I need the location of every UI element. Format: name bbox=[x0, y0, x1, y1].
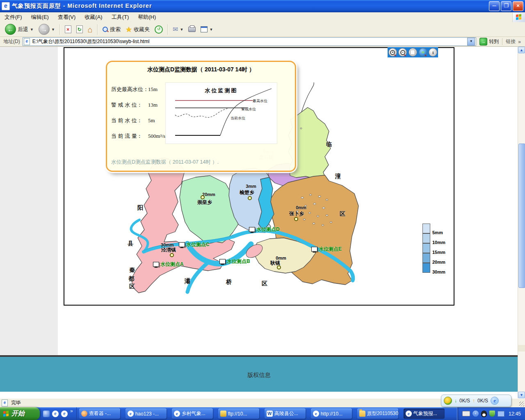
ie-widget-icon[interactable]: e bbox=[491, 397, 499, 405]
scroll-up-icon[interactable]: ▲ bbox=[518, 47, 525, 53]
print-button[interactable] bbox=[186, 26, 198, 33]
task-button-viewer[interactable]: 查看器 -... bbox=[79, 409, 120, 419]
refresh-button[interactable]: ↻ bbox=[74, 25, 85, 34]
town-label: 张卜乡 bbox=[289, 210, 304, 217]
search-button[interactable]: 搜索 bbox=[100, 25, 123, 34]
address-label: 地址(D) bbox=[1, 38, 23, 45]
favorites-button[interactable]: ★ 收藏夹 bbox=[123, 24, 152, 35]
page-left-margin bbox=[0, 47, 58, 355]
browser-viewport: 0mm 鹿苑镇 阳 县 秦 都 区 临 潼 区 灞 桥 区 20mm 崇皇乡 3… bbox=[0, 47, 518, 392]
task-button-http[interactable]: e http://10... bbox=[311, 409, 352, 419]
task-button-ftp[interactable]: ftp://10... bbox=[218, 409, 259, 419]
info-icon[interactable]: i bbox=[429, 48, 437, 57]
zoom-world-icon[interactable] bbox=[419, 48, 427, 57]
ie-toolbar: ← 后退 ▼ → ▼ × ↻ ⌂ 搜索 ★ 收藏夹 ↺ ✉▼ ▼ bbox=[0, 22, 525, 37]
task-button-word-doc[interactable]: W 高陵县公... bbox=[265, 409, 306, 419]
rain-label: 0mm bbox=[296, 205, 306, 210]
town-marker[interactable] bbox=[248, 196, 252, 200]
chart-line-label: 最高水位 bbox=[253, 98, 267, 104]
pan-hand-icon[interactable] bbox=[409, 48, 417, 57]
ie-icon: e bbox=[406, 411, 412, 417]
quick-launch-icon-ie[interactable]: e bbox=[61, 411, 68, 417]
history-icon: ↺ bbox=[155, 25, 163, 34]
download-arrow-icon: ↓ bbox=[454, 398, 457, 404]
town-marker[interactable] bbox=[294, 217, 298, 221]
station-E[interactable]: 水位测点E bbox=[311, 246, 342, 253]
mail-button[interactable]: ✉▼ bbox=[170, 25, 186, 34]
keyboard-tray-icon[interactable] bbox=[462, 411, 470, 416]
zoom-out-icon[interactable]: − bbox=[398, 48, 407, 57]
scroll-down-icon[interactable]: ▼ bbox=[518, 392, 525, 398]
task-button-weather-active[interactable]: e 气象预报... bbox=[404, 409, 445, 419]
history-button[interactable]: ↺ bbox=[152, 25, 165, 34]
resize-grip[interactable] bbox=[519, 402, 524, 406]
legend-swatch bbox=[422, 243, 430, 253]
menu-view[interactable]: 查看(V) bbox=[53, 12, 80, 22]
links-chevron-icon[interactable]: » bbox=[518, 39, 521, 45]
window-titlebar[interactable]: e 气象预报页面原型 - Microsoft Internet Explorer… bbox=[0, 0, 525, 12]
chart-line-label: 当前水位 bbox=[231, 116, 245, 121]
back-dropdown-icon[interactable]: ▼ bbox=[30, 27, 34, 32]
quick-launch-chevron-icon[interactable]: » bbox=[70, 408, 73, 414]
download-speed: 0K/S bbox=[459, 398, 470, 404]
upload-arrow-icon: ↑ bbox=[472, 398, 475, 404]
zoom-in-icon[interactable]: + bbox=[388, 48, 397, 57]
address-input[interactable] bbox=[32, 39, 468, 45]
station-D[interactable]: 水位测点D bbox=[249, 226, 280, 233]
town-marker[interactable] bbox=[170, 253, 174, 257]
search-label: 搜索 bbox=[110, 26, 121, 33]
station-d-popup[interactable]: 水位测点D监测数据（ 2011-03-07 14时 ） 历史最高水位： 15m … bbox=[106, 61, 296, 172]
quick-launch-icon-browser[interactable]: e bbox=[52, 411, 59, 417]
home-button[interactable]: ⌂ bbox=[85, 25, 95, 34]
legend-label: 30mm bbox=[432, 269, 445, 274]
quick-launch-icon-messenger[interactable] bbox=[43, 411, 50, 417]
menu-edit[interactable]: 编辑(E) bbox=[27, 12, 53, 22]
address-dropdown-icon[interactable]: ▼ bbox=[467, 38, 475, 46]
status-text: 完毕 bbox=[11, 399, 21, 406]
station-A[interactable]: 水位测点A bbox=[153, 261, 184, 268]
tray-collapse-icon[interactable]: ‹ bbox=[472, 411, 479, 417]
stop-button[interactable]: × bbox=[62, 25, 74, 34]
back-button[interactable]: ← 后退 ▼ bbox=[2, 23, 36, 36]
task-button-label: 查看器 -... bbox=[89, 410, 111, 417]
minimize-button[interactable]: ─ bbox=[489, 1, 500, 11]
station-monitor-icon bbox=[249, 227, 255, 232]
net-speed-widget[interactable]: ↓ 0K/S ↑ 0K/S e bbox=[441, 395, 511, 407]
start-button[interactable]: 开始 bbox=[0, 407, 40, 420]
restore-button[interactable]: ❐ bbox=[501, 1, 511, 11]
network-tray-icon[interactable] bbox=[498, 411, 504, 417]
mail-dropdown-icon[interactable]: ▼ bbox=[180, 27, 183, 32]
edit-dropdown-icon[interactable]: ▼ bbox=[209, 27, 213, 32]
360-safety-icon[interactable] bbox=[444, 397, 452, 405]
station-C[interactable]: 水位测点C bbox=[179, 241, 210, 248]
forward-dropdown-icon[interactable]: ▼ bbox=[51, 27, 55, 32]
menu-file[interactable]: 文件(F) bbox=[0, 12, 27, 22]
links-section[interactable]: 链接 » bbox=[502, 38, 524, 45]
menu-favorites[interactable]: 收藏(A) bbox=[80, 12, 107, 22]
windows-flag-icon bbox=[3, 411, 9, 417]
qq-tray-icon[interactable] bbox=[481, 411, 487, 417]
word-icon: W bbox=[267, 411, 273, 417]
edit-button[interactable]: ▼ bbox=[198, 25, 215, 33]
go-button[interactable]: → 转到 bbox=[476, 38, 502, 46]
menu-help[interactable]: 帮助(H) bbox=[133, 12, 160, 22]
close-button[interactable]: × bbox=[513, 1, 523, 11]
site-footer: 版权信息 bbox=[0, 355, 518, 392]
task-button-folder[interactable]: 原型20110530 bbox=[357, 409, 398, 419]
task-button-hao123[interactable]: e hao123 -... bbox=[126, 409, 167, 419]
task-button-rural-weather[interactable]: e 乡村气象... bbox=[172, 409, 213, 419]
menu-tools[interactable]: 工具(T) bbox=[107, 12, 134, 22]
forward-button[interactable]: → ▼ bbox=[36, 23, 57, 36]
task-buttons: 查看器 -... e hao123 -... e 乡村气象... ftp://1… bbox=[79, 409, 445, 419]
town-marker[interactable] bbox=[201, 195, 205, 199]
legend-label: 20mm bbox=[432, 260, 445, 265]
tray-clock[interactable]: 12:45 bbox=[509, 411, 521, 417]
vertical-scroll-thumb[interactable] bbox=[518, 144, 525, 288]
favorites-label: 收藏夹 bbox=[134, 26, 150, 33]
station-monitor-icon bbox=[179, 242, 185, 247]
station-label: 水位测点B bbox=[227, 258, 250, 265]
town-marker[interactable] bbox=[277, 265, 281, 269]
station-B[interactable]: 水位测点B bbox=[219, 258, 250, 265]
security-shield-icon[interactable] bbox=[489, 411, 495, 417]
mail-icon: ✉ bbox=[173, 25, 178, 33]
